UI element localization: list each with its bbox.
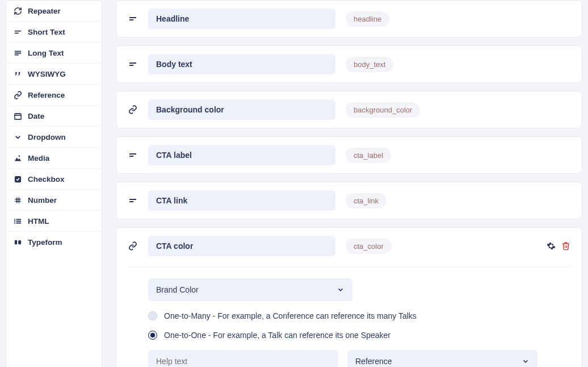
fields-list: Headline headline Body text body_text Ba… [116,0,582,367]
field-name-input[interactable]: Body text [148,54,335,74]
svg-rect-23 [18,240,21,244]
sidebar-item-long-text[interactable]: Long Text [6,43,102,64]
calendar-icon [13,111,22,120]
sidebar-item-label: Reference [28,91,65,99]
chevron-down-icon [522,357,530,365]
hash-icon [13,195,22,205]
svg-point-20 [14,221,15,222]
short-text-icon [13,27,22,36]
model-select-value: Brand Color [156,285,199,294]
field-types-sidebar: Repeater Short Text Long Text WYSIWYG Re… [6,0,102,367]
list-icon [13,216,22,226]
field-card[interactable]: CTA link cta_link [116,182,582,219]
sidebar-item-media[interactable]: Media [6,148,102,169]
svg-rect-5 [14,114,20,119]
drag-handle-icon[interactable] [128,14,138,24]
sidebar-item-label: Long Text [28,49,64,57]
drag-handle-icon[interactable] [128,59,138,69]
long-text-icon [13,48,22,57]
field-name-input[interactable]: CTA link [148,190,335,211]
field-slug: cta_color [346,239,392,254]
relation-option-one-to-one[interactable]: One-to-One - For example, a Talk can ref… [148,331,570,340]
link-icon[interactable] [128,241,138,251]
sidebar-item-checkbox[interactable]: Checkbox [6,169,102,190]
sidebar-item-short-text[interactable]: Short Text [6,22,102,43]
sidebar-item-label: Dropdown [28,133,66,141]
help-text-input[interactable] [148,350,338,367]
field-slug: background_color [346,102,420,118]
sidebar-item-label: Date [28,112,44,120]
sidebar-item-reference[interactable]: Reference [6,85,102,106]
field-type-select[interactable]: Reference [347,350,537,367]
field-name-input[interactable]: Headline [148,9,335,29]
svg-rect-22 [14,240,16,244]
relation-option-label: One-to-One - For example, a Talk can ref… [164,331,390,340]
chevron-down-icon [13,132,22,141]
radio-checked-icon[interactable] [148,331,157,340]
field-slug: headline [346,11,389,27]
sidebar-item-number[interactable]: Number [6,190,102,211]
svg-point-19 [14,219,15,220]
model-select[interactable]: Brand Color [148,278,352,301]
sidebar-item-label: Media [28,154,49,162]
radio-unchecked-icon[interactable] [148,311,157,320]
chevron-down-icon [337,286,345,294]
field-name-input[interactable]: CTA label [148,145,335,165]
sidebar-item-label: Repeater [28,7,61,15]
sidebar-item-label: Short Text [28,28,65,36]
drag-handle-icon[interactable] [128,195,138,206]
field-type-select-value: Reference [355,357,392,366]
sidebar-item-wysiwyg[interactable]: WYSIWYG [6,64,102,85]
sidebar-item-label: HTML [28,217,49,226]
sidebar-item-typeform[interactable]: Typeform [6,232,102,252]
link-icon [13,90,22,99]
sidebar-item-html[interactable]: HTML [6,211,102,232]
sidebar-item-label: WYSIWYG [28,70,66,78]
svg-point-10 [18,155,20,157]
field-name-input[interactable]: CTA color [148,236,335,256]
field-card[interactable]: CTA label cta_label [116,136,582,174]
checkbox-icon [13,174,22,184]
quote-icon [13,69,22,78]
sidebar-item-repeater[interactable]: Repeater [6,1,102,22]
gear-icon[interactable] [547,241,556,251]
refresh-icon [13,6,22,15]
sidebar-item-label: Checkbox [28,175,65,184]
field-slug: cta_label [346,148,391,163]
field-name-input[interactable]: Background color [148,99,335,120]
link-icon[interactable] [128,105,138,115]
field-card-expanded: CTA color cta_color Brand Color [116,227,582,367]
field-slug: cta_link [346,193,387,208]
sidebar-item-dropdown[interactable]: Dropdown [6,127,102,148]
typeform-icon [13,237,22,247]
relation-option-label: One-to-Many - For example, a Conference … [164,311,417,320]
field-card[interactable]: Body text body_text [116,45,582,83]
image-icon [13,153,22,162]
sidebar-item-label: Typeform [28,238,62,247]
svg-point-21 [14,223,15,223]
field-card[interactable]: Headline headline [116,0,582,37]
svg-marker-9 [14,157,20,161]
sidebar-item-label: Number [28,196,57,205]
trash-icon[interactable] [561,241,570,251]
relation-option-one-to-many[interactable]: One-to-Many - For example, a Conference … [148,311,570,320]
drag-handle-icon[interactable] [128,150,138,160]
field-card[interactable]: Background color background_color [116,91,582,128]
field-slug: body_text [346,57,393,72]
sidebar-item-date[interactable]: Date [6,106,102,127]
